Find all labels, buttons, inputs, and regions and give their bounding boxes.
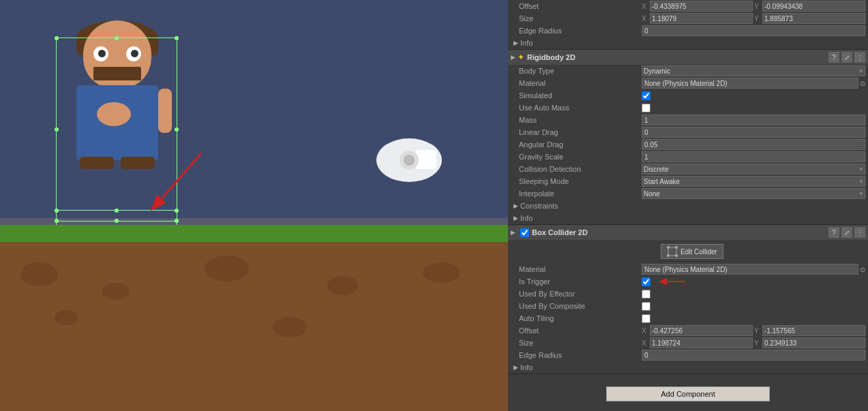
is-trigger-checkbox[interactable] [642, 277, 650, 286]
info-row-top[interactable]: ▶ Info [508, 37, 868, 49]
char-belly [97, 102, 131, 126]
svg-line-1 [153, 153, 201, 208]
offset-x-input-top[interactable] [650, 1, 753, 12]
rigidbody-star-icon: ✦ [518, 52, 524, 62]
char-pupil-right [131, 50, 138, 57]
size-y-input-bc[interactable] [762, 337, 865, 348]
linear-drag-input[interactable] [642, 127, 865, 138]
rigidbody-header[interactable]: ▶ ✦ Rigidbody 2D ? ⤢ ⋮ [508, 50, 868, 65]
material-row-rb: Material ⊙ [508, 77, 868, 89]
use-auto-mass-checkbox[interactable] [642, 104, 650, 112]
size-row-bc: Size X Y [508, 337, 868, 349]
edit-collider-button[interactable]: Edit Collider [661, 244, 723, 259]
mass-row: Mass [508, 114, 868, 126]
auto-tiling-row-bc: Auto Tiling [508, 312, 868, 324]
offset-y-input-bc[interactable] [762, 325, 865, 336]
used-by-effector-row: Used By Effector [508, 288, 868, 300]
dirt-spot [273, 317, 307, 337]
collision-detection-wrapper[interactable]: Discrete [642, 164, 865, 174]
is-trigger-label: Is Trigger [519, 277, 642, 286]
box-collider-maximize-btn[interactable]: ⤢ [841, 227, 852, 238]
dirt-spot [423, 262, 460, 283]
angular-drag-row: Angular Drag [508, 138, 868, 151]
gravity-scale-label: Gravity Scale [519, 153, 642, 161]
dirt-spot [205, 256, 249, 281]
material-pick-rb[interactable]: ⊙ [860, 80, 865, 87]
inspector-panel: Offset X Y Size X Y Edge Radius ▶ Info [508, 0, 868, 411]
sleeping-mode-select[interactable]: Start Awake [642, 176, 865, 187]
box-collider-menu-btn[interactable]: ⋮ [854, 227, 865, 238]
material-label-bc: Material [519, 265, 642, 273]
box-collider-enable-checkbox[interactable] [520, 228, 529, 237]
interpolate-wrapper[interactable]: None [642, 188, 865, 199]
material-input-rb[interactable] [642, 78, 858, 89]
offset-row-bc: Offset X Y [508, 324, 868, 337]
body-type-dropdown-wrapper[interactable]: Dynamic [642, 65, 865, 76]
size-inputs-top: X Y [642, 13, 865, 24]
dirt-spot [102, 283, 130, 300]
size-label-bc: Size [519, 339, 642, 347]
offset-x-input-bc[interactable] [650, 325, 753, 336]
top-continuation-section: Offset X Y Size X Y Edge Radius ▶ Info [508, 0, 868, 50]
used-by-effector-checkbox[interactable] [642, 290, 650, 299]
material-input-bc[interactable] [642, 264, 858, 275]
info-fold-top: ▶ [513, 40, 518, 46]
material-row-bc: Material ⊙ [508, 263, 868, 275]
gravity-scale-row: Gravity Scale [508, 151, 868, 163]
char-feet-left [80, 157, 114, 169]
body-type-row: Body Type Dynamic [508, 65, 868, 77]
ground-dirt [0, 242, 508, 411]
info-row-rb[interactable]: ▶ Info [508, 212, 868, 224]
svg-point-9 [667, 254, 670, 257]
edge-radius-input-bc[interactable] [642, 350, 865, 361]
edge-radius-label-top: Edge Radius [519, 27, 642, 35]
size-x-input-top[interactable] [650, 13, 753, 24]
interpolate-select[interactable]: None [642, 188, 865, 199]
red-arrow [133, 147, 215, 222]
size-y-input-top[interactable] [762, 13, 865, 24]
constraints-label: Constraints [520, 202, 643, 210]
sleeping-mode-label: Sleeping Mode [519, 177, 642, 185]
rigidbody-actions: ? ⤢ ⋮ [828, 52, 865, 63]
rigidbody-maximize-btn[interactable]: ⤢ [841, 52, 852, 63]
add-component-button[interactable]: Add Component [606, 386, 770, 401]
mass-input[interactable] [642, 115, 865, 125]
svg-point-8 [675, 246, 678, 249]
used-by-composite-checkbox[interactable] [642, 302, 650, 311]
material-label-rb: Material [519, 79, 642, 87]
game-view [0, 0, 508, 411]
sleeping-mode-row: Sleeping Mode Start Awake [508, 175, 868, 187]
size-x-input-bc[interactable] [650, 337, 753, 348]
dirt-spot [327, 276, 358, 295]
material-pick-bc[interactable]: ⊙ [860, 266, 865, 273]
sleeping-mode-wrapper[interactable]: Start Awake [642, 176, 865, 187]
simulated-checkbox[interactable] [642, 91, 650, 100]
simulated-label: Simulated [519, 91, 642, 100]
offset-y-label-bc: Y [754, 327, 761, 335]
box-collider-info-btn[interactable]: ? [828, 227, 839, 238]
gravity-scale-input[interactable] [642, 151, 865, 162]
offset-y-input-top[interactable] [762, 1, 865, 12]
rigidbody-menu-btn[interactable]: ⋮ [854, 52, 865, 63]
rigidbody-info-btn[interactable]: ? [828, 52, 839, 63]
dirt-spot [55, 310, 78, 325]
box-collider-fold: ▶ [511, 229, 515, 236]
edge-radius-input-top[interactable] [642, 25, 865, 36]
info-row-bc[interactable]: ▶ Info [508, 361, 868, 374]
box-collider-header[interactable]: ▶ Box Collider 2D ? ⤢ ⋮ [508, 225, 868, 240]
offset-inputs-top: X Y [642, 1, 865, 12]
size-x-label-top: X [642, 15, 648, 22]
info-label-bc: Info [520, 363, 643, 371]
rigidbody-title: Rigidbody 2D [527, 53, 828, 61]
edge-radius-label-bc: Edge Radius [519, 351, 642, 359]
linear-drag-label: Linear Drag [519, 128, 642, 136]
constraints-row[interactable]: ▶ Constraints [508, 200, 868, 212]
angular-drag-label: Angular Drag [519, 140, 642, 149]
svg-point-7 [667, 246, 670, 249]
use-auto-mass-row: Use Auto Mass [508, 102, 868, 114]
auto-tiling-checkbox-bc[interactable] [642, 314, 650, 323]
body-type-select[interactable]: Dynamic [642, 65, 865, 76]
ground-grass [0, 225, 508, 244]
collision-detection-select[interactable]: Discrete [642, 164, 865, 174]
angular-drag-input[interactable] [642, 139, 865, 150]
